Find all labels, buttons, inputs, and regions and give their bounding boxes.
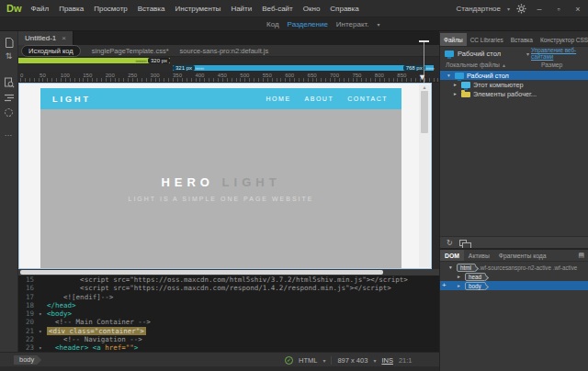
doc-type-caret-icon[interactable]: ▾ <box>322 357 325 364</box>
file-sync-icon[interactable] <box>459 240 467 246</box>
view-mode-button[interactable]: Разделение <box>288 20 328 28</box>
dom-tree-node[interactable]: ▸head <box>440 272 588 281</box>
menu-item[interactable]: Правка <box>59 5 84 13</box>
document-tab[interactable]: Untitled-1 × <box>18 31 74 45</box>
dom-tag-pill[interactable]: html <box>457 264 476 272</box>
hero-word-1: HERO <box>161 175 214 189</box>
local-files-column[interactable]: Локальные файлы <box>446 62 500 68</box>
menu-item[interactable]: Просмотр <box>94 5 128 13</box>
tag-selector[interactable]: body <box>14 355 41 365</box>
file-tree-item[interactable]: ▾Рабочий стол <box>440 71 588 80</box>
dom-tree-node[interactable]: +▸body <box>440 281 588 290</box>
tab-close-icon[interactable]: × <box>62 34 66 42</box>
workspace-caret-icon[interactable]: ▾ <box>507 6 510 12</box>
code-line[interactable]: 15 <script src="https://oss.maxcdn.com/h… <box>18 275 439 284</box>
code-line[interactable]: 21▾<div class="container"> <box>18 327 439 335</box>
design-nav-link[interactable]: HOME <box>266 96 291 102</box>
menu-item[interactable]: Вставка <box>138 5 165 13</box>
code-line[interactable]: 19▾<body> <box>18 309 439 318</box>
media-query-blue-segment[interactable]: 321 px »»»» 768 px »»»» <box>173 65 434 71</box>
select-target-icon[interactable] <box>4 107 14 118</box>
site-selector[interactable]: Рабочий стол <box>458 50 501 58</box>
dom-tag-pill[interactable]: head <box>465 273 486 281</box>
ruler-tick-label: 700 <box>330 73 339 78</box>
scrollbar-thumb[interactable] <box>421 91 428 133</box>
tree-caret-icon[interactable]: ▸ <box>456 283 462 288</box>
tree-caret-icon[interactable]: ▸ <box>456 274 462 279</box>
panel-tab[interactable]: Вставка <box>507 33 537 46</box>
menu-item[interactable]: Найти <box>231 5 252 13</box>
related-file[interactable]: source-sans-pro:n2:default.js <box>180 47 269 55</box>
design-nav-link[interactable]: ABOUT <box>305 96 334 102</box>
panel-tab[interactable]: Фрагменты кода <box>494 250 551 261</box>
doc-type-selector[interactable]: HTML <box>299 356 317 365</box>
sync-settings-icon[interactable] <box>516 4 526 14</box>
panel-menu-icon[interactable]: ▤ <box>574 250 588 261</box>
tree-caret-icon[interactable]: ▸ <box>452 82 458 87</box>
menu-item[interactable]: Окно <box>303 5 321 13</box>
menu-item[interactable]: Справка <box>330 5 358 13</box>
live-code-inspect-icon[interactable] <box>4 77 15 88</box>
media-query-green-segment[interactable]: ««««« 320 px <box>18 58 170 63</box>
code-line[interactable]: 22 <!-- Navigation --> <box>18 335 439 343</box>
media-query-blue-end-label: 768 px <box>403 65 425 71</box>
file-tree-item[interactable]: ▸Этот компьютер <box>440 80 588 89</box>
code-line[interactable]: 20 <!-- Main Container --> <box>18 318 439 326</box>
view-mode-caret-icon[interactable]: ▾ <box>378 21 380 28</box>
menu-item[interactable]: Файл <box>31 5 50 13</box>
add-element-button[interactable]: + <box>442 282 447 289</box>
code-line[interactable]: 23▾ <header> <a href=""> <box>18 343 439 352</box>
code-line[interactable]: 16 <script src="https://oss.maxcdn.com/r… <box>18 284 439 292</box>
size-column[interactable]: Размер <box>541 62 562 68</box>
tree-caret-icon[interactable]: ▾ <box>447 264 454 270</box>
document-tab-title: Untitled-1 <box>25 34 56 42</box>
design-nav-link[interactable]: CONTACT <box>347 96 388 102</box>
workspace-switcher[interactable]: Стандартное <box>456 5 501 13</box>
code-line[interactable]: 18 </head> <box>18 301 439 309</box>
scrubber-top-handle[interactable] <box>419 40 429 42</box>
related-file[interactable]: Исходный код <box>21 45 81 57</box>
panel-tab[interactable]: CC Libraries <box>467 33 507 46</box>
desktop-icon <box>455 73 464 79</box>
file-management-icon[interactable]: ⇅ <box>0 51 17 61</box>
code-line[interactable]: 17 <![endif]--> <box>18 293 439 301</box>
fold-toggle-icon[interactable]: ▾ <box>39 327 47 335</box>
panel-tab[interactable]: Конструктор CSS <box>537 33 588 46</box>
scrollbar-thumb[interactable] <box>20 270 383 275</box>
tree-caret-icon[interactable]: ▸ <box>452 91 458 96</box>
code-view[interactable]: 15 <script src="https://oss.maxcdn.com/h… <box>18 275 439 352</box>
refresh-icon[interactable]: ↻ <box>447 239 453 247</box>
panel-tab[interactable]: Активы <box>464 250 494 261</box>
fold-toggle-icon[interactable]: ▾ <box>39 343 47 352</box>
insert-mode-indicator[interactable]: INS <box>381 356 393 365</box>
scrubber-drag-handle[interactable]: ▼ <box>418 73 426 82</box>
file-tree-item[interactable]: ▸Элементы рабочег... <box>440 89 588 98</box>
window-size-selector[interactable]: 897 x 403 <box>337 356 368 365</box>
view-mode-button[interactable]: Код <box>266 20 279 28</box>
menu-item[interactable]: Инструменты <box>175 5 220 13</box>
close-button[interactable]: × <box>571 3 584 16</box>
panel-tab[interactable]: DOM <box>440 250 464 261</box>
menu-item[interactable]: Веб-сайт <box>262 5 293 13</box>
view-mode-button[interactable]: Интеракт. <box>336 20 369 28</box>
panel-tab[interactable]: Файлы <box>440 33 467 46</box>
scroll-up-icon[interactable]: ▲ <box>419 84 430 90</box>
minimize-button[interactable]: – <box>533 3 546 16</box>
related-file[interactable]: singlePageTemplate.css* <box>92 47 169 55</box>
fold-toggle-icon[interactable]: ▾ <box>39 309 47 318</box>
manage-sites-link[interactable]: Управление веб-сайтами <box>531 47 582 60</box>
tree-caret-icon[interactable]: ▾ <box>446 73 452 78</box>
format-source-icon[interactable] <box>4 94 15 102</box>
line-number: 19 <box>18 309 39 318</box>
maximize-button[interactable]: ▫ <box>552 3 565 16</box>
open-documents-icon[interactable] <box>4 37 15 49</box>
window-size-caret-icon[interactable]: ▾ <box>373 357 376 364</box>
design-vertical-scrollbar[interactable]: ▲ <box>419 84 430 267</box>
design-horizontal-scrollbar[interactable] <box>18 269 439 275</box>
dom-tree-node[interactable]: ▾html.wf-sourcesanspro-n2-active .wf-act… <box>440 263 588 272</box>
more-options-icon[interactable]: … <box>0 129 17 138</box>
dom-panel-tabs: DOMАктивыФрагменты кода▤ <box>440 250 588 262</box>
dom-tag-pill[interactable]: body <box>465 282 486 290</box>
design-site-logo[interactable]: LIGHT <box>52 95 91 104</box>
site-selector-caret-icon[interactable]: ▾ <box>526 51 529 57</box>
